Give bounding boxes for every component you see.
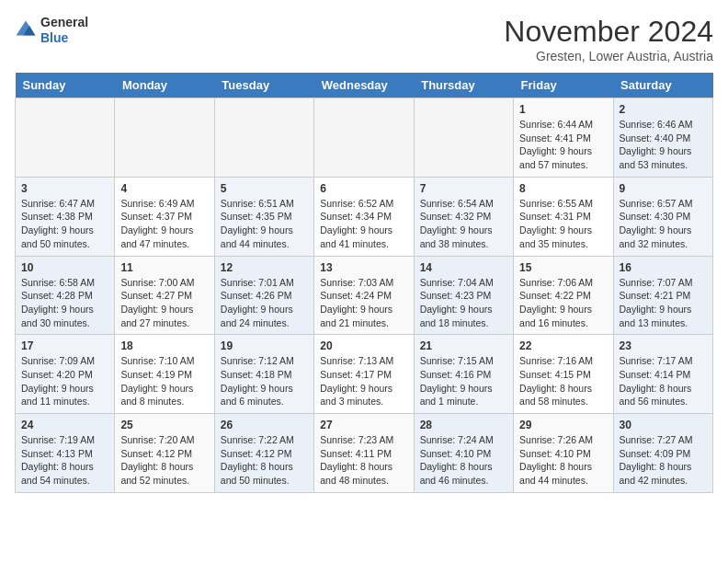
day-cell: 27Sunrise: 7:23 AM Sunset: 4:11 PM Dayli… <box>314 414 414 493</box>
day-number: 6 <box>320 182 407 195</box>
day-cell: 9Sunrise: 6:57 AM Sunset: 4:30 PM Daylig… <box>613 177 712 256</box>
day-cell: 24Sunrise: 7:19 AM Sunset: 4:13 PM Dayli… <box>16 414 115 493</box>
day-cell: 23Sunrise: 7:17 AM Sunset: 4:14 PM Dayli… <box>613 335 712 414</box>
day-info: Sunrise: 7:24 AM Sunset: 4:10 PM Dayligh… <box>420 433 507 488</box>
day-cell: 12Sunrise: 7:01 AM Sunset: 4:26 PM Dayli… <box>214 256 313 335</box>
day-number: 25 <box>120 419 208 431</box>
day-cell: 17Sunrise: 7:09 AM Sunset: 4:20 PM Dayli… <box>16 335 115 414</box>
day-number: 3 <box>21 182 108 195</box>
day-cell: 29Sunrise: 7:26 AM Sunset: 4:10 PM Dayli… <box>514 414 613 493</box>
day-cell: 5Sunrise: 6:51 AM Sunset: 4:35 PM Daylig… <box>214 177 313 256</box>
day-cell <box>16 98 115 178</box>
logo-icon <box>15 19 37 41</box>
calendar-header: SundayMondayTuesdayWednesdayThursdayFrid… <box>16 73 713 98</box>
day-number: 11 <box>120 261 208 274</box>
day-number: 22 <box>519 339 607 352</box>
day-info: Sunrise: 7:09 AM Sunset: 4:20 PM Dayligh… <box>21 354 108 408</box>
day-info: Sunrise: 7:03 AM Sunset: 4:24 PM Dayligh… <box>320 276 407 330</box>
day-number: 27 <box>320 419 407 431</box>
day-info: Sunrise: 6:52 AM Sunset: 4:34 PM Dayligh… <box>320 197 407 251</box>
day-info: Sunrise: 7:13 AM Sunset: 4:17 PM Dayligh… <box>320 354 407 408</box>
day-info: Sunrise: 7:22 AM Sunset: 4:12 PM Dayligh… <box>221 433 308 488</box>
day-number: 29 <box>519 419 607 431</box>
day-info: Sunrise: 7:01 AM Sunset: 4:26 PM Dayligh… <box>221 276 308 330</box>
day-cell <box>214 98 313 178</box>
day-cell: 30Sunrise: 7:27 AM Sunset: 4:09 PM Dayli… <box>613 414 712 493</box>
day-number: 24 <box>21 419 108 431</box>
week-row-5: 24Sunrise: 7:19 AM Sunset: 4:13 PM Dayli… <box>16 414 713 493</box>
day-info: Sunrise: 7:27 AM Sunset: 4:09 PM Dayligh… <box>620 433 707 488</box>
weekday-header-monday: Monday <box>115 73 214 98</box>
weekday-header-sunday: Sunday <box>16 73 115 98</box>
day-cell: 2Sunrise: 6:46 AM Sunset: 4:40 PM Daylig… <box>613 98 712 178</box>
weekday-header-saturday: Saturday <box>613 73 712 98</box>
day-cell: 4Sunrise: 6:49 AM Sunset: 4:37 PM Daylig… <box>115 177 214 256</box>
day-info: Sunrise: 7:06 AM Sunset: 4:22 PM Dayligh… <box>519 276 607 330</box>
day-number: 16 <box>620 261 707 274</box>
month-title: November 2024 <box>504 15 713 49</box>
day-number: 8 <box>519 182 607 195</box>
day-info: Sunrise: 7:20 AM Sunset: 4:12 PM Dayligh… <box>120 433 208 488</box>
day-info: Sunrise: 6:49 AM Sunset: 4:37 PM Dayligh… <box>120 197 208 251</box>
day-cell: 20Sunrise: 7:13 AM Sunset: 4:17 PM Dayli… <box>314 335 414 414</box>
page-header: General Blue November 2024 Gresten, Lowe… <box>15 15 713 63</box>
day-info: Sunrise: 7:00 AM Sunset: 4:27 PM Dayligh… <box>120 276 208 330</box>
day-cell: 6Sunrise: 6:52 AM Sunset: 4:34 PM Daylig… <box>314 177 414 256</box>
day-number: 4 <box>120 182 208 195</box>
day-cell: 22Sunrise: 7:16 AM Sunset: 4:15 PM Dayli… <box>514 335 613 414</box>
day-info: Sunrise: 7:19 AM Sunset: 4:13 PM Dayligh… <box>21 433 108 488</box>
week-row-1: 1Sunrise: 6:44 AM Sunset: 4:41 PM Daylig… <box>16 98 713 178</box>
day-info: Sunrise: 7:15 AM Sunset: 4:16 PM Dayligh… <box>420 354 507 408</box>
day-number: 12 <box>221 261 308 274</box>
logo: General Blue <box>15 15 88 46</box>
logo-general: General <box>40 15 88 30</box>
day-info: Sunrise: 7:07 AM Sunset: 4:21 PM Dayligh… <box>620 276 707 330</box>
calendar-table: SundayMondayTuesdayWednesdayThursdayFrid… <box>15 73 713 493</box>
day-number: 13 <box>320 261 407 274</box>
day-cell: 25Sunrise: 7:20 AM Sunset: 4:12 PM Dayli… <box>115 414 214 493</box>
day-info: Sunrise: 6:54 AM Sunset: 4:32 PM Dayligh… <box>420 197 507 251</box>
day-cell: 19Sunrise: 7:12 AM Sunset: 4:18 PM Dayli… <box>214 335 313 414</box>
day-cell: 26Sunrise: 7:22 AM Sunset: 4:12 PM Dayli… <box>214 414 313 493</box>
calendar-body: 1Sunrise: 6:44 AM Sunset: 4:41 PM Daylig… <box>16 98 713 493</box>
day-cell <box>414 98 513 178</box>
day-cell: 28Sunrise: 7:24 AM Sunset: 4:10 PM Dayli… <box>414 414 513 493</box>
day-cell: 15Sunrise: 7:06 AM Sunset: 4:22 PM Dayli… <box>514 256 613 335</box>
logo-blue: Blue <box>40 30 88 46</box>
day-cell <box>314 98 414 178</box>
day-number: 9 <box>620 182 707 195</box>
day-number: 7 <box>420 182 507 195</box>
day-cell: 7Sunrise: 6:54 AM Sunset: 4:32 PM Daylig… <box>414 177 513 256</box>
day-info: Sunrise: 7:16 AM Sunset: 4:15 PM Dayligh… <box>519 354 607 408</box>
day-cell: 8Sunrise: 6:55 AM Sunset: 4:31 PM Daylig… <box>514 177 613 256</box>
week-row-2: 3Sunrise: 6:47 AM Sunset: 4:38 PM Daylig… <box>16 177 713 256</box>
weekday-header-wednesday: Wednesday <box>314 73 414 98</box>
weekday-header-row: SundayMondayTuesdayWednesdayThursdayFrid… <box>16 73 713 98</box>
week-row-4: 17Sunrise: 7:09 AM Sunset: 4:20 PM Dayli… <box>16 335 713 414</box>
day-cell: 13Sunrise: 7:03 AM Sunset: 4:24 PM Dayli… <box>314 256 414 335</box>
day-number: 2 <box>620 103 707 116</box>
title-block: November 2024 Gresten, Lower Austria, Au… <box>504 15 713 63</box>
day-cell: 21Sunrise: 7:15 AM Sunset: 4:16 PM Dayli… <box>414 335 513 414</box>
day-number: 20 <box>320 339 407 352</box>
day-cell: 1Sunrise: 6:44 AM Sunset: 4:41 PM Daylig… <box>514 98 613 178</box>
day-info: Sunrise: 6:46 AM Sunset: 4:40 PM Dayligh… <box>620 118 707 172</box>
day-number: 21 <box>420 339 507 352</box>
day-number: 23 <box>620 339 707 352</box>
day-number: 26 <box>221 419 308 431</box>
day-info: Sunrise: 7:26 AM Sunset: 4:10 PM Dayligh… <box>519 433 607 488</box>
week-row-3: 10Sunrise: 6:58 AM Sunset: 4:28 PM Dayli… <box>16 256 713 335</box>
day-info: Sunrise: 6:58 AM Sunset: 4:28 PM Dayligh… <box>21 276 108 330</box>
day-info: Sunrise: 7:04 AM Sunset: 4:23 PM Dayligh… <box>420 276 507 330</box>
day-cell: 11Sunrise: 7:00 AM Sunset: 4:27 PM Dayli… <box>115 256 214 335</box>
day-info: Sunrise: 6:51 AM Sunset: 4:35 PM Dayligh… <box>221 197 308 251</box>
day-info: Sunrise: 6:55 AM Sunset: 4:31 PM Dayligh… <box>519 197 607 251</box>
day-info: Sunrise: 6:44 AM Sunset: 4:41 PM Dayligh… <box>519 118 607 172</box>
day-number: 5 <box>221 182 308 195</box>
day-number: 1 <box>519 103 607 116</box>
day-cell: 18Sunrise: 7:10 AM Sunset: 4:19 PM Dayli… <box>115 335 214 414</box>
day-number: 30 <box>620 419 707 431</box>
day-number: 15 <box>519 261 607 274</box>
logo-text: General Blue <box>40 15 88 46</box>
day-number: 17 <box>21 339 108 352</box>
